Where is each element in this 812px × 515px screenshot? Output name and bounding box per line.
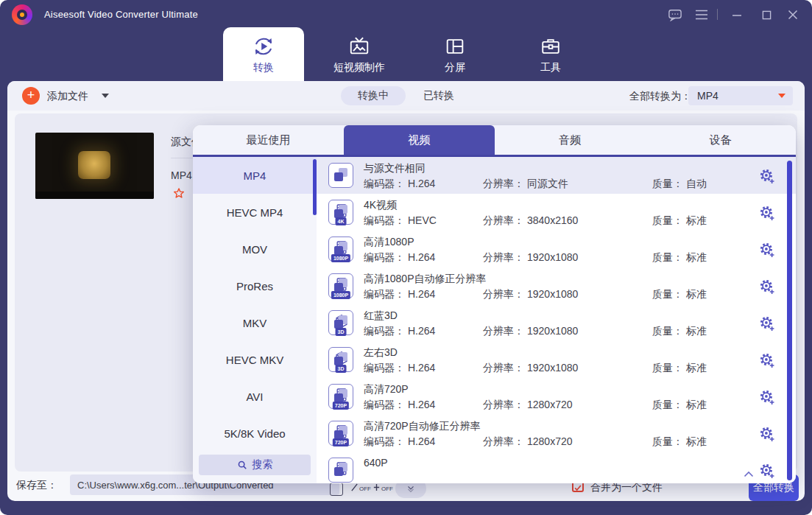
split-screen-icon: [444, 34, 466, 59]
encoder-value: HEVC: [408, 214, 437, 226]
format-details: 编码器：H.264 分辨率：1920x1080 质量：标准: [317, 251, 796, 264]
sidebar-item-prores[interactable]: ProRes: [193, 267, 317, 304]
settings-gear-icon[interactable]: [759, 278, 775, 295]
settings-gear-icon[interactable]: [759, 426, 775, 442]
video-thumbnail[interactable]: [35, 133, 154, 199]
search-icon: [237, 460, 247, 470]
sidebar-item-mov[interactable]: MOV: [193, 231, 317, 267]
menu-icon[interactable]: [693, 7, 710, 23]
app-window: Aiseesoft Video Converter Ultimate: [0, 0, 812, 515]
sidebar-item-label: HEVC MKV: [226, 354, 283, 366]
format-details: 编码器：H.264 分辨率：1920x1080 质量：标准: [317, 362, 796, 375]
search-label: 搜索: [253, 458, 273, 472]
effects-star-icon[interactable]: [172, 187, 186, 200]
toggle-off-2-label: OFF: [381, 486, 393, 492]
quality-label: 质量：: [652, 178, 683, 189]
app-logo-icon: [12, 4, 32, 25]
settings-gear-icon[interactable]: [759, 168, 775, 184]
sidebar-item-label: 5K/8K Video: [224, 427, 285, 440]
encoder-label: 编码器：: [364, 251, 405, 263]
format-row[interactable]: 720P 高清720P 编码器：H.264 分辨率：1280x720 质量：标准: [317, 378, 796, 415]
sidebar-item-label: MOV: [242, 243, 267, 256]
nav-tab-tools[interactable]: 工具: [503, 27, 599, 81]
toggle-off-1[interactable]: OFF: [350, 483, 371, 492]
save-to-label: 保存至：: [16, 479, 57, 492]
format-caret-icon: [778, 94, 785, 98]
format-details: 编码器：HEVC 分辨率：3840x2160 质量：标准: [317, 214, 796, 228]
output-format-value: MP4: [697, 90, 719, 102]
settings-gear-icon[interactable]: [759, 352, 775, 368]
toolbar: + 添加文件 转换中 已转换 全部转换为： MP4: [7, 81, 805, 111]
encoder-value: H.264: [408, 288, 435, 300]
footer-square-icon[interactable]: [330, 483, 343, 496]
settings-gear-icon[interactable]: [759, 315, 775, 332]
close-button[interactable]: [785, 7, 801, 23]
chevron-up-icon[interactable]: [744, 467, 754, 480]
format-row[interactable]: 640P 编码器： 分辨率： 质量：: [317, 452, 796, 483]
format-row[interactable]: 3D 红蓝3D 编码器：H.264 分辨率：1920x1080 质量：标准: [317, 304, 796, 341]
short-video-icon: [348, 34, 370, 59]
popup-tabs: 最近使用 视频 音频 设备: [193, 125, 796, 157]
format-title: 640P: [364, 457, 388, 469]
settings-gear-icon[interactable]: [759, 389, 775, 405]
tab-recent[interactable]: 最近使用: [193, 125, 344, 155]
tab-video[interactable]: 视频: [344, 125, 495, 155]
add-file-label[interactable]: 添加文件: [47, 90, 88, 103]
resolution-value: 1280x720: [527, 399, 573, 410]
toggle-off-2[interactable]: OFF: [373, 483, 393, 492]
sidebar-item-hevc-mp4[interactable]: HEVC MP4: [193, 194, 317, 231]
sidebar-item-label: ProRes: [236, 280, 273, 292]
settings-gear-icon[interactable]: [759, 242, 775, 258]
sidebar-item-mp4[interactable]: MP4: [193, 157, 317, 194]
minimize-button[interactable]: [729, 7, 745, 23]
thumbnail-strip: [35, 192, 154, 199]
quality-value: 标准: [686, 399, 707, 410]
output-format-select[interactable]: MP4: [688, 86, 793, 105]
settings-gear-icon[interactable]: [759, 205, 775, 221]
feedback-icon[interactable]: [667, 7, 683, 23]
format-list: 与源文件相同 编码器：H.264 分辨率：同源文件 质量：自动 4K: [317, 157, 796, 483]
encoder-label: 编码器：: [364, 178, 405, 189]
resolution-value: 1920x1080: [527, 362, 578, 374]
format-row[interactable]: 3D 左右3D 编码器：H.264 分辨率：1920x1080 质量：标准: [317, 341, 796, 378]
resolution-label: 分辨率：: [483, 435, 524, 447]
format-title: 高清1080P: [364, 236, 414, 249]
quality-value: 自动: [686, 178, 707, 189]
nav-tab-convert[interactable]: 转换: [223, 27, 304, 81]
sidebar-item-mkv[interactable]: MKV: [193, 304, 317, 341]
add-file-button[interactable]: +: [22, 87, 40, 105]
format-title: 4K视频: [364, 199, 397, 212]
resolution-value: 同源文件: [527, 178, 568, 189]
tab-device[interactable]: 设备: [645, 125, 796, 155]
format-row[interactable]: 与源文件相同 编码器：H.264 分辨率：同源文件 质量：自动: [317, 157, 796, 194]
toolbox-icon: [540, 34, 562, 59]
search-button[interactable]: 搜索: [199, 455, 311, 475]
nav-tab-split-screen[interactable]: 分屏: [407, 27, 503, 81]
add-file-caret-icon[interactable]: [102, 94, 109, 98]
sidebar-item-label: MP4: [244, 169, 266, 182]
format-title: 高清1080P自动修正分辨率: [364, 273, 486, 286]
filter-converting[interactable]: 转换中: [341, 86, 406, 105]
filter-converted[interactable]: 已转换: [423, 89, 454, 102]
format-details: 编码器：H.264 分辨率：1280x720 质量：标准: [317, 435, 796, 449]
format-row[interactable]: 4K 4K视频 编码器：HEVC 分辨率：3840x2160 质量：标准: [317, 194, 796, 231]
format-details: 编码器：H.264 分辨率：同源文件 质量：自动: [317, 178, 796, 191]
resolution-label: 分辨率：: [483, 251, 524, 263]
format-row[interactable]: 720P 高清720P自动修正分辨率 编码器：H.264 分辨率：1280x72…: [317, 415, 796, 452]
resolution-label: 分辨率：: [483, 325, 524, 337]
format-row[interactable]: 1080P 高清1080P 编码器：H.264 分辨率：1920x1080 质量…: [317, 231, 796, 267]
copy-icon: [329, 458, 354, 483]
sidebar-item-hevc-mkv[interactable]: HEVC MKV: [193, 341, 317, 378]
settings-gear-icon[interactable]: [759, 463, 775, 479]
toggle-off-1-label: OFF: [359, 486, 371, 492]
tab-audio[interactable]: 音频: [495, 125, 646, 155]
nav-tab-short-video[interactable]: 短视频制作: [311, 27, 407, 81]
sidebar-item-5k-8k-video[interactable]: 5K/8K Video: [193, 415, 317, 452]
nav-tab-label: 分屏: [445, 61, 465, 74]
list-scrollbar[interactable]: [787, 161, 792, 480]
maximize-button[interactable]: [758, 7, 774, 23]
format-row[interactable]: 1080P 高清1080P自动修正分辨率 编码器：H.264 分辨率：1920x…: [317, 267, 796, 304]
format-title: 与源文件相同: [364, 162, 426, 175]
encoder-label: 编码器：: [364, 362, 405, 374]
sidebar-item-avi[interactable]: AVI: [193, 378, 317, 415]
